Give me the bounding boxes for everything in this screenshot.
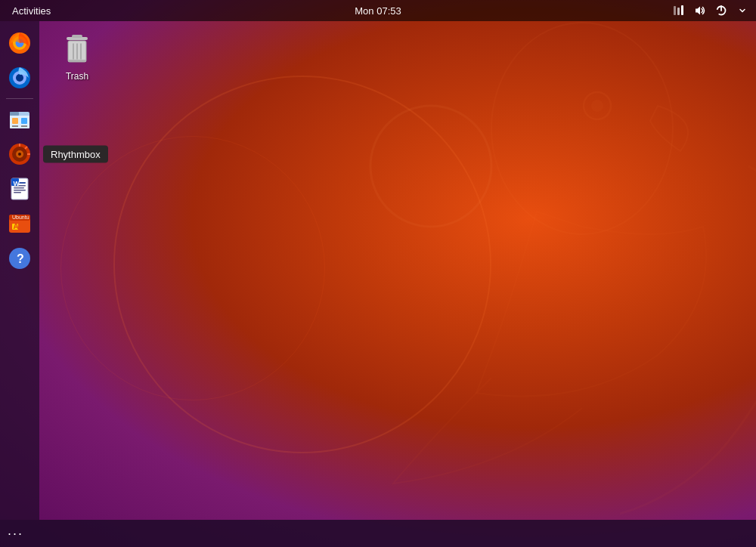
svg-rect-19 bbox=[21, 118, 27, 124]
desktop: Activities Mon 07:53 bbox=[0, 0, 756, 547]
svg-point-25 bbox=[18, 153, 21, 156]
topbar-right bbox=[671, 3, 756, 18]
svg-point-14 bbox=[16, 74, 23, 82]
svg-text:W: W bbox=[14, 180, 20, 187]
svg-rect-20 bbox=[12, 125, 18, 127]
background-decoration-2 bbox=[60, 136, 325, 400]
network-icon[interactable] bbox=[671, 3, 686, 18]
power-icon[interactable] bbox=[714, 3, 729, 18]
sound-icon[interactable] bbox=[692, 3, 708, 18]
topbar-datetime: Mon 07:53 bbox=[355, 5, 401, 17]
chevron-down-icon[interactable] bbox=[735, 3, 750, 18]
svg-rect-33 bbox=[14, 187, 24, 189]
svg-rect-46 bbox=[72, 35, 82, 38]
svg-point-2 bbox=[584, 92, 611, 119]
topbar: Activities Mon 07:53 bbox=[0, 0, 756, 21]
svg-rect-16 bbox=[10, 112, 19, 116]
datetime-display: Mon 07:53 bbox=[355, 5, 401, 17]
background-decoration bbox=[113, 76, 491, 453]
dock-item-rhythmbox[interactable]: Rhythmbox bbox=[4, 138, 36, 170]
svg-text:Ubuntu: Ubuntu bbox=[12, 215, 29, 220]
svg-text:?: ? bbox=[17, 252, 24, 265]
dock-item-writer[interactable]: W bbox=[4, 173, 36, 205]
svg-rect-52 bbox=[68, 60, 86, 62]
desktop-icons-area: Trash bbox=[47, 29, 107, 85]
svg-rect-34 bbox=[14, 190, 26, 191]
svg-point-1 bbox=[491, 23, 673, 234]
dock-item-firefox[interactable] bbox=[4, 27, 36, 59]
svg-rect-18 bbox=[12, 118, 18, 124]
svg-rect-35 bbox=[14, 192, 21, 193]
svg-point-0 bbox=[370, 106, 491, 227]
trash-icon[interactable]: Trash bbox=[47, 29, 107, 85]
trash-icon-label: Trash bbox=[66, 71, 88, 82]
svg-text:A: A bbox=[14, 222, 19, 230]
dock: Rhythmbox W Ubuntu bbox=[0, 21, 39, 520]
dock-item-ubuntu-software[interactable]: Ubuntu A bbox=[4, 208, 36, 240]
bottombar: ··· bbox=[0, 520, 756, 547]
trash-icon-image bbox=[59, 32, 95, 68]
svg-rect-5 bbox=[677, 8, 680, 15]
rhythmbox-tooltip: Rhythmbox bbox=[43, 146, 108, 163]
dock-separator bbox=[6, 98, 33, 99]
svg-rect-4 bbox=[674, 6, 676, 15]
dock-item-thunderbird[interactable] bbox=[4, 62, 36, 94]
topbar-left: Activities bbox=[0, 5, 57, 17]
svg-point-3 bbox=[591, 100, 603, 112]
show-apps-button[interactable]: ··· bbox=[8, 526, 23, 542]
svg-rect-21 bbox=[21, 125, 27, 127]
ubuntu-background-logo bbox=[280, 15, 756, 529]
svg-rect-6 bbox=[681, 5, 683, 15]
dock-item-files[interactable] bbox=[4, 104, 36, 135]
activities-button[interactable]: Activities bbox=[6, 5, 57, 17]
dock-item-help[interactable]: ? bbox=[4, 243, 36, 274]
